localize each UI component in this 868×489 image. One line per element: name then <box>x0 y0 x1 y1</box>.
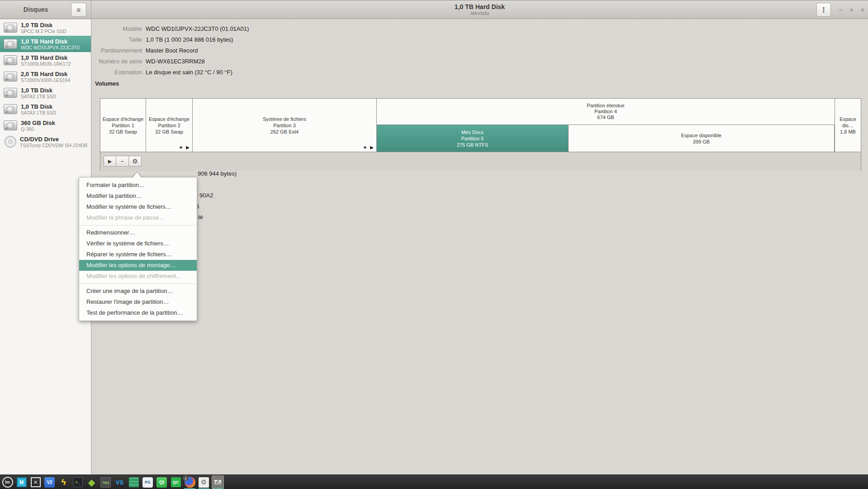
lightning-app-launcher[interactable]: ϟ <box>57 475 70 489</box>
partition-5-segment-selected[interactable]: Mes Docs Partition 5 275 GB NTFS <box>377 125 569 152</box>
postgresql-launcher[interactable]: PG <box>142 475 154 489</box>
volumes-section-title: Volumes <box>95 80 119 87</box>
partition-uuid-fragment: 90A2 <box>199 192 213 199</box>
hamburger-icon: ≡ <box>77 6 81 14</box>
wm-app-launcher[interactable]: M <box>15 475 28 489</box>
sidebar-item-disk-6[interactable]: 360 GB Disk Q-360 <box>0 117 91 134</box>
gnome-disks-window: Disques ≡ 1,0 TB Hard Disk /dev/sda ⋮ − … <box>0 0 868 475</box>
menu-item-change-passphrase: Modifier la phrase de passe… <box>79 212 197 223</box>
menu-item-repair-filesystem[interactable]: Réparer le système de fichiers… <box>79 249 197 260</box>
sidebar-item-cdrom[interactable]: CD/DVD Drive TSSTcorp CDDVDW SH-224DB <box>0 134 91 150</box>
minimize-button[interactable]: − <box>839 7 842 13</box>
partition-label: Espace disponible <box>681 132 721 139</box>
partition-label: Système de fichiers <box>263 116 306 122</box>
notepadqq-launcher[interactable]: nqq <box>100 475 112 489</box>
disk-title: 360 GB Disk <box>21 120 55 126</box>
extended-partition-contents: Mes Docs Partition 5 275 GB NTFS Espace … <box>377 125 835 152</box>
menu-item-check-filesystem[interactable]: Vérifier le système de fichiers… <box>79 238 197 249</box>
menu-item-benchmark-partition[interactable]: Test de performance de la partition… <box>79 307 197 318</box>
detail-label: Taille <box>91 36 142 43</box>
partition-1-segment[interactable]: Espace d'échange Partition 1 32 GB Swap <box>100 99 146 152</box>
free-space-end-segment[interactable]: Espace dis… 1,8 MB <box>835 99 861 152</box>
detail-row-serial: Numéro de série WD-WX61EC3RRM28 <box>91 56 205 67</box>
menu-item-edit-partition[interactable]: Modifier la partition… <box>79 191 197 201</box>
partition-3-segment[interactable]: Système de fichiers Partition 3 262 GB E… <box>193 99 377 152</box>
partition-flags-icons: ★ ▶ <box>179 144 190 151</box>
qc-app-icon: QC <box>171 477 181 487</box>
partition-label: Partition étendue <box>587 103 624 109</box>
detail-value: Master Boot Record <box>146 47 198 54</box>
maximize-button[interactable]: + <box>850 7 854 13</box>
vscode-launcher[interactable]: VS <box>114 475 126 489</box>
wm-app-icon: M <box>17 477 27 487</box>
disk-subtitle: SATA3 1TB SSD <box>21 94 56 99</box>
disk-subtitle: Q-360 <box>21 126 55 132</box>
hamburger-menu-button[interactable]: ≡ <box>71 3 86 17</box>
window-controls: − + × <box>839 0 864 19</box>
sidebar-item-disk-0[interactable]: 1,0 TB Disk SPCC M.2 PCIe SSD <box>0 19 91 36</box>
close-button[interactable]: × <box>861 7 864 13</box>
terminal-icon: >_ <box>73 477 83 487</box>
gears-app-window-button[interactable]: ⚙ <box>198 475 210 489</box>
qt-designer-launcher[interactable]: Qt <box>156 475 168 489</box>
partition-content-fragment: té <box>198 214 203 221</box>
partition-label: Espace d'échange <box>149 116 190 122</box>
menu-item-edit-mount-options[interactable]: Modifier les options de montage… <box>79 260 197 271</box>
partition-options-button[interactable]: ⚙ <box>129 156 142 167</box>
menu-item-create-partition-image[interactable]: Créer une image de la partition… <box>79 286 197 297</box>
disk-title: 1,0 TB Disk <box>21 87 56 94</box>
frame-app-launcher[interactable]: ✕ <box>29 475 42 489</box>
mint-menu-button[interactable]: lm <box>1 475 14 489</box>
drive-wrench-icon <box>214 479 222 485</box>
partition-size-fragment: 906 944 bytes) <box>198 170 237 177</box>
sidebar-item-disk-5[interactable]: 1,0 TB Disk SATA3 1TB SSD <box>0 101 91 117</box>
disk-subtitle: TSSTcorp CDDVDW SH-224DB <box>20 143 87 148</box>
sidebar-item-disk-4[interactable]: 1,0 TB Disk SATA3 1TB SSD <box>0 85 91 101</box>
menu-item-resize[interactable]: Redimensionner… <box>79 227 197 238</box>
mount-button[interactable]: ▶ <box>104 156 116 167</box>
hard-disk-icon <box>4 55 17 65</box>
qc-app-launcher[interactable]: QC <box>170 475 182 489</box>
detail-value: Le disque est sain (32 °C / 90 °F) <box>146 69 232 76</box>
hard-disk-icon <box>4 104 17 114</box>
detail-label: Modèle <box>91 25 142 32</box>
terminal-launcher[interactable]: >_ <box>71 475 84 489</box>
partition-name: Partition 1 <box>112 122 134 129</box>
sidebar-item-disk-2[interactable]: 1,0 TB Hard Disk ST1000LM035-1RK172 <box>0 52 91 68</box>
free-space-segment[interactable]: Espace disponible 399 GB <box>569 125 835 152</box>
partition-2-segment[interactable]: Espace d'échange Partition 2 32 GB Swap … <box>146 99 193 152</box>
delete-partition-button[interactable]: − <box>116 156 129 167</box>
menu-item-edit-filesystem[interactable]: Modifier le système de fichiers… <box>79 201 197 212</box>
layers-app-launcher[interactable] <box>128 475 140 489</box>
detail-label: Partitionnement <box>91 47 142 54</box>
firefox-badge: 2 <box>183 475 189 481</box>
partition-label: Espace d'échange <box>103 116 143 122</box>
hard-disk-icon <box>4 39 17 49</box>
firefox-icon: 2 <box>185 477 195 488</box>
cube-app-launcher[interactable]: ◆ <box>85 475 98 489</box>
sidebar-header: Disques ≡ <box>0 0 91 19</box>
hard-disk-icon <box>4 72 17 82</box>
firefox-window-button[interactable]: 2 <box>184 475 196 489</box>
volume-toolbar: ▶ − ⚙ <box>100 152 861 171</box>
sidebar-item-disk-1[interactable]: 1,0 TB Hard Disk WDC WD10JPVX-22JC3T0 <box>0 36 91 52</box>
menu-item-restore-partition-image[interactable]: Restaurer l'image de partition… <box>79 297 197 307</box>
window-title-block: 1,0 TB Hard Disk /dev/sda <box>91 0 868 19</box>
mint-menu-icon: lm <box>2 477 13 488</box>
minus-icon: − <box>121 158 124 165</box>
menu-item-format-partition[interactable]: Formater la partition… <box>79 180 197 191</box>
sidebar-item-disk-3[interactable]: 2,0 TB Hard Disk ST2000VX000-1ES164 <box>0 68 91 85</box>
play-icon: ▶ <box>108 158 112 164</box>
v2-app-launcher[interactable]: V2 <box>43 475 56 489</box>
disk-title: 1,0 TB Disk <box>21 103 56 110</box>
desktop: Disques ≡ 1,0 TB Hard Disk /dev/sda ⋮ − … <box>0 0 868 489</box>
window-subtitle: /dev/sda <box>470 10 489 16</box>
partition-name: Partition 5 <box>461 135 484 142</box>
disks-app-window-button[interactable] <box>212 475 224 489</box>
cube-app-icon: ◆ <box>86 477 97 488</box>
detail-row-size: Taille 1,0 TB (1 000 204 886 016 bytes) <box>91 34 233 45</box>
partition-size: 1,8 MB <box>840 129 856 135</box>
window-menu-button[interactable]: ⋮ <box>816 3 831 17</box>
partition-size: 674 GB <box>597 115 614 120</box>
partition-4-segment[interactable]: Partition étendue Partition 4 674 GB <box>377 99 835 125</box>
